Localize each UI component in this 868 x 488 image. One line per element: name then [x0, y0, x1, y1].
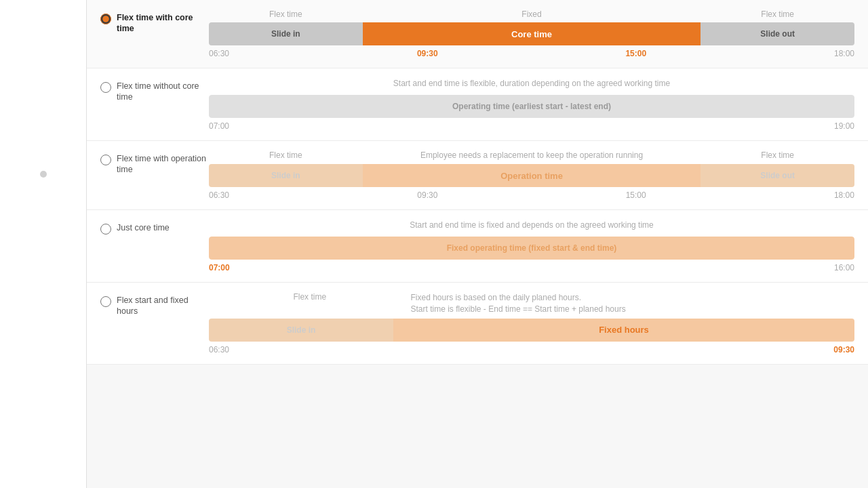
time-1500c: 15:00 [626, 190, 646, 200]
segment-operation-time: Operation time [363, 164, 701, 187]
bar-flex-operation: Slide in Operation time Slide out [209, 164, 854, 187]
bar-just-core: Fixed operating time (fixed start & end … [209, 237, 854, 260]
time-1900b: 19:00 [834, 121, 854, 131]
time-0700d: 07:00 [209, 263, 230, 272]
time-0930e: 09:30 [833, 345, 854, 354]
top-label-fixed-hours-desc: Fixed hours is based on the daily planed… [411, 292, 855, 315]
label-flex-fixed: Flex start and fixed hours [117, 295, 209, 317]
label-flex-no-core: Flex time without core time [117, 81, 209, 103]
label-just-core: Just core time [117, 222, 170, 233]
viz-flex-fixed: Flex time Fixed hours is based on the da… [209, 292, 854, 354]
option-flex-operation-radio-col: Flex time with operation time [100, 150, 209, 176]
segment-operating: Operating time (earliest start - latest … [209, 95, 854, 118]
segment-slide-in: Slide in [209, 22, 363, 45]
top-label-flex-fixed-left: Flex time [209, 292, 411, 315]
time-0700b: 07:00 [209, 121, 229, 131]
times-flex-no-core: 07:00 19:00 [209, 121, 854, 131]
sidebar [0, 0, 87, 488]
top-label-fixed-mid: Fixed [363, 9, 701, 19]
option-just-core-radio-col: Just core time [100, 220, 209, 235]
option-just-core: Just core time Start and end time is fix… [87, 210, 868, 283]
option-flex-no-core: Flex time without core time Start and en… [87, 68, 868, 141]
time-0630c: 06:30 [209, 190, 229, 200]
segment-core-time: Core time [363, 22, 701, 45]
top-label-flex-op-right: Flex time [701, 150, 854, 160]
option-flex-operation: Flex time with operation time Flex time … [87, 141, 868, 211]
top-labels-flex-core: Flex time Fixed Flex time [209, 9, 854, 19]
option-flex-core: Flex time with core time Flex time Fixed… [87, 0, 868, 68]
sidebar-dot [40, 171, 47, 178]
bar-flex-fixed: Slide in Fixed hours [209, 319, 854, 342]
radio-just-core[interactable] [100, 224, 111, 235]
bar-flex-core: Slide in Core time Slide out [209, 22, 854, 45]
time-0930c: 09:30 [417, 190, 437, 200]
desc-flex-no-core: Start and end time is flexible, duration… [209, 78, 854, 89]
time-1800a: 18:00 [834, 49, 854, 58]
segment-slide-in-faded: Slide in [209, 164, 363, 187]
label-flex-operation: Flex time with operation time [117, 153, 209, 176]
viz-flex-core: Flex time Fixed Flex time Slide in Core … [209, 9, 854, 58]
segment-slide-in-flex-fixed: Slide in [209, 319, 393, 342]
viz-flex-operation: Flex time Employee needs a replacement t… [209, 150, 854, 201]
time-1600d: 16:00 [834, 263, 854, 272]
segment-fixed-operating: Fixed operating time (fixed start & end … [209, 237, 854, 260]
radio-flex-fixed[interactable] [100, 296, 111, 307]
option-flex-no-core-radio-col: Flex time without core time [100, 78, 209, 103]
times-just-core: 07:00 16:00 [209, 263, 854, 272]
option-flex-fixed-hours: Flex start and fixed hours Flex time Fix… [87, 283, 868, 365]
time-0630a: 06:30 [209, 49, 229, 58]
times-flex-fixed: 06:30 09:30 [209, 345, 854, 354]
label-flex-core: Flex time with core time [117, 12, 209, 35]
times-flex-core: 06:30 09:30 15:00 18:00 [209, 49, 854, 58]
time-1800c: 18:00 [834, 190, 854, 200]
option-flex-fixed-radio-col: Flex start and fixed hours [100, 292, 209, 317]
main-content: Flex time with core time Flex time Fixed… [87, 0, 868, 488]
radio-flex-operation[interactable] [100, 155, 111, 165]
option-flex-core-radio-col: Flex time with core time [100, 9, 209, 35]
top-labels-flex-fixed: Flex time Fixed hours is based on the da… [209, 292, 854, 315]
bar-flex-no-core: Operating time (earliest start - latest … [209, 95, 854, 118]
top-label-flex-left: Flex time [209, 9, 363, 19]
segment-fixed-hours: Fixed hours [393, 319, 854, 342]
top-labels-flex-operation: Flex time Employee needs a replacement t… [209, 150, 854, 161]
times-flex-operation: 06:30 09:30 15:00 18:00 [209, 190, 854, 200]
time-0630e: 06:30 [209, 345, 229, 354]
time-1500a: 15:00 [625, 49, 646, 58]
viz-flex-no-core: Start and end time is flexible, duration… [209, 78, 854, 131]
radio-flex-no-core[interactable] [100, 82, 111, 93]
top-label-flex-op-left: Flex time [209, 150, 363, 160]
top-label-flex-right: Flex time [701, 9, 854, 19]
top-label-employee-mid: Employee needs a replacement to keep the… [363, 150, 701, 161]
segment-slide-out: Slide out [701, 22, 854, 45]
desc-just-core: Start and end time is fixed and depends … [209, 220, 854, 231]
segment-slide-out-faded: Slide out [701, 164, 854, 187]
viz-just-core: Start and end time is fixed and depends … [209, 220, 854, 272]
time-0930a: 09:30 [417, 49, 438, 58]
radio-flex-core[interactable] [100, 14, 111, 24]
